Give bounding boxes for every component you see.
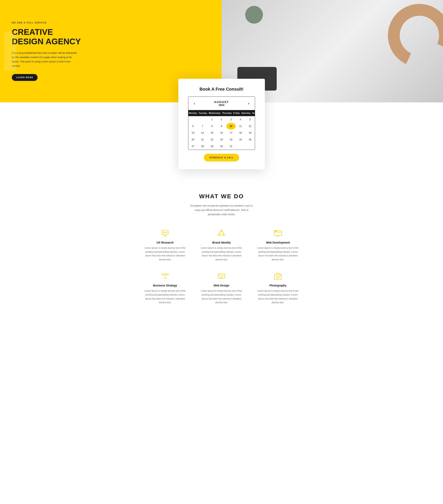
calendar-day-16[interactable]: 16 <box>217 129 226 136</box>
booking-card: Book A Free Consult! ‹ AUGUST 2023 › Mon… <box>178 79 265 169</box>
calendar-day-15[interactable]: 15 <box>207 129 217 136</box>
calendar-day-28[interactable]: 28 <box>198 143 207 150</box>
service-item-ux: UX ResearchLorem Ipsum is simply dummy t… <box>141 228 190 261</box>
calendar-day-23[interactable]: 23 <box>217 136 226 143</box>
calendar-empty-cell <box>236 143 245 150</box>
service-desc-web: Lorem Ipsum is simply dummy text of the … <box>256 246 300 261</box>
what-we-do-section: WHAT WE DO Excepteur sint occaecat cupid… <box>0 177 443 312</box>
headphone-decoration <box>379 0 443 76</box>
plant-decoration <box>245 6 263 24</box>
calendar-day-13[interactable]: 13 <box>188 129 198 136</box>
calendar-prev-button[interactable]: ‹ <box>192 101 197 106</box>
calendar-day-5[interactable]: 5 <box>245 116 255 123</box>
calendar-day-9[interactable]: 9 <box>217 123 226 129</box>
service-desc-photo: Lorem Ipsum is simply dummy text of the … <box>256 289 300 304</box>
calendar-grid: 1234567891011121314151617181920212223242… <box>188 116 255 150</box>
service-name-photo: Photography <box>269 284 286 287</box>
hero-title: CREATIVE DESIGN AGENCY <box>12 27 210 46</box>
service-desc-design: Lorem Ipsum is simply dummy text of the … <box>200 289 243 304</box>
calendar-day-20[interactable]: 20 <box>188 136 198 143</box>
calendar: ‹ AUGUST 2023 › Monday Tuesday Wednesday… <box>188 96 255 150</box>
calendar-day-22[interactable]: 22 <box>207 136 217 143</box>
calendar-day-31[interactable]: 31 <box>226 143 236 150</box>
schedule-call-button[interactable]: SCHEDULE A CALL <box>204 154 239 162</box>
calendar-day-6[interactable]: 6 <box>188 123 198 129</box>
brand-icon <box>216 228 226 238</box>
service-item-design: Web DesignLorem Ipsum is simply dummy te… <box>197 271 246 304</box>
svg-point-4 <box>218 234 219 236</box>
day-friday: Friday <box>233 110 241 116</box>
booking-title: Book A Free Consult! <box>188 87 255 92</box>
booking-wrapper: Book A Free Consult! ‹ AUGUST 2023 › Mon… <box>0 79 443 177</box>
svg-point-2 <box>221 230 222 231</box>
ux-icon <box>160 228 170 238</box>
service-desc-ux: Lorem Ipsum is simply dummy text of the … <box>143 246 187 261</box>
calendar-day-26[interactable]: 26 <box>245 136 255 143</box>
calendar-day-21[interactable]: 21 <box>198 136 207 143</box>
calendar-year: 2023 <box>214 104 229 107</box>
services-grid: UX ResearchLorem Ipsum is simply dummy t… <box>141 228 302 304</box>
calendar-day-24[interactable]: 24 <box>226 136 236 143</box>
calendar-next-button[interactable]: › <box>247 101 251 106</box>
what-we-do-title: WHAT WE DO <box>12 193 431 200</box>
calendar-day-2[interactable]: 2 <box>217 116 226 123</box>
service-name-web: Web Development <box>266 241 290 244</box>
service-item-web: Web DevelopmentLorem Ipsum is simply dum… <box>254 228 302 261</box>
day-monday: Monday <box>188 110 198 116</box>
calendar-day-18[interactable]: 18 <box>236 129 245 136</box>
calendar-empty-cell <box>188 116 198 123</box>
photo-icon <box>273 271 283 281</box>
service-item-photo: PhotographyLorem Ipsum is simply dummy t… <box>254 271 302 304</box>
day-saturday: Saturday <box>241 110 251 116</box>
day-wednesday: Wednesday <box>208 110 221 116</box>
service-name-strategy: Business Strategy <box>153 284 177 287</box>
service-desc-strategy: Lorem Ipsum is simply dummy text of the … <box>143 289 187 304</box>
calendar-empty-cell <box>198 116 207 123</box>
day-sunday: Sunday <box>251 110 255 116</box>
strategy-icon <box>160 271 170 281</box>
svg-rect-0 <box>162 230 168 234</box>
hero-description: It is a long established fact that a rea… <box>12 51 79 68</box>
calendar-day-7[interactable]: 7 <box>198 123 207 129</box>
calendar-day-25[interactable]: 25 <box>236 136 245 143</box>
web-icon <box>273 228 283 238</box>
svg-point-11 <box>276 231 277 232</box>
calendar-day-1[interactable]: 1 <box>207 116 217 123</box>
design-icon <box>216 271 226 281</box>
calendar-day-30[interactable]: 30 <box>217 143 226 150</box>
what-we-do-description: Excepteur sint occaecat cupidatat non pr… <box>188 204 255 216</box>
calendar-day-4[interactable]: 4 <box>236 116 245 123</box>
calendar-month: AUGUST <box>214 100 229 104</box>
calendar-day-8[interactable]: 8 <box>207 123 217 129</box>
service-name-design: Web Design <box>214 284 230 287</box>
calendar-header: ‹ AUGUST 2023 › <box>188 97 255 110</box>
svg-point-26 <box>277 276 279 278</box>
service-name-ux: UX Research <box>157 241 174 244</box>
calendar-day-12[interactable]: 12 <box>245 123 255 129</box>
calendar-day-11[interactable]: 11 <box>236 123 245 129</box>
calendar-day-27[interactable]: 27 <box>188 143 198 150</box>
day-thursday: Thursday <box>221 110 233 116</box>
calendar-day-10[interactable]: 10 <box>226 123 236 129</box>
svg-point-3 <box>223 234 225 236</box>
calendar-day-14[interactable]: 14 <box>198 129 207 136</box>
service-name-brand: Brand Identity <box>212 241 231 244</box>
service-item-strategy: Business StrategyLorem Ipsum is simply d… <box>141 271 190 304</box>
svg-point-16 <box>167 273 169 275</box>
calendar-empty-cell <box>245 143 255 150</box>
calendar-month-year: AUGUST 2023 <box>214 100 229 107</box>
svg-point-14 <box>164 273 166 276</box>
hero-eyebrow: WE ARE A FULL SERVICE <box>12 21 210 24</box>
service-item-brand: Brand IdentityLorem Ipsum is simply dumm… <box>197 228 246 261</box>
calendar-days-header: Monday Tuesday Wednesday Thursday Friday… <box>188 110 255 116</box>
calendar-day-29[interactable]: 29 <box>207 143 217 150</box>
calendar-day-19[interactable]: 19 <box>245 129 255 136</box>
svg-point-10 <box>275 231 276 232</box>
svg-point-27 <box>280 275 281 276</box>
svg-point-15 <box>161 273 163 275</box>
calendar-day-3[interactable]: 3 <box>226 116 236 123</box>
service-desc-brand: Lorem Ipsum is simply dummy text of the … <box>200 246 243 261</box>
calendar-day-17[interactable]: 17 <box>226 129 236 136</box>
day-tuesday: Tuesday <box>198 110 208 116</box>
